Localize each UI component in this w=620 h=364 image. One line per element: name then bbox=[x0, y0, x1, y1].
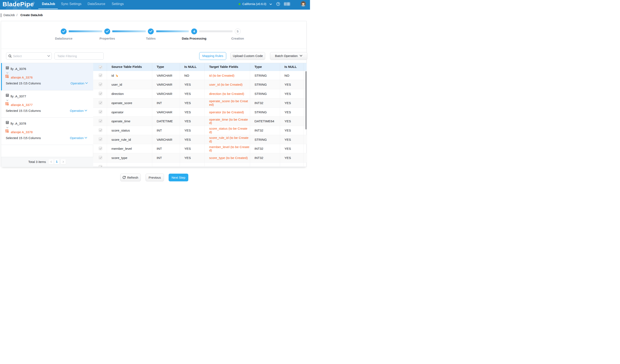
svg-text:?: ? bbox=[278, 3, 279, 5]
